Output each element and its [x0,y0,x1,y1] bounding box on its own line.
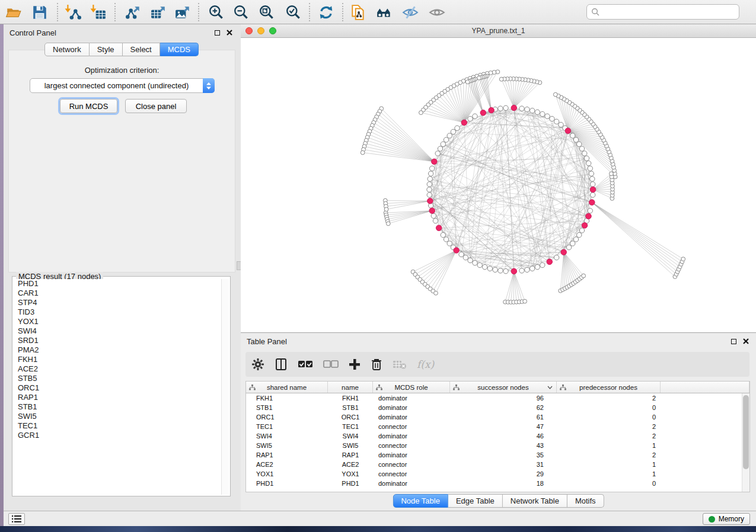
criterion-select[interactable]: largest connected component (undirected) [30,78,215,93]
table-settings-button[interactable] [251,357,264,372]
network-node[interactable] [459,252,464,257]
dominator-node[interactable] [589,200,595,206]
network-node[interactable] [428,177,432,181]
import-table-button[interactable] [90,4,107,21]
dominator-node[interactable] [461,120,467,126]
table-cell[interactable]: dominator [373,403,450,412]
network-node[interactable] [591,193,595,197]
add-row-button[interactable] [349,357,361,372]
network-node[interactable] [465,80,470,84]
function-builder-button[interactable]: f(x) [417,357,434,372]
table-cell[interactable]: YOX1 [328,469,373,479]
mcds-result-item[interactable]: PHD1 [14,279,221,289]
table-row[interactable]: PHD1PHD1dominator180 [246,479,749,488]
network-node[interactable] [419,111,423,115]
network-node[interactable] [434,291,438,295]
column-header-MCDS-role[interactable]: MCDS role [373,382,450,393]
zoom-selected-button[interactable] [285,4,302,21]
delete-table-button[interactable] [393,357,407,372]
panel-splitter[interactable] [237,24,241,511]
table-cell[interactable]: YOX1 [246,469,328,479]
network-node[interactable] [570,133,575,138]
network-node[interactable] [579,228,584,233]
table-cell[interactable]: dominator [373,412,450,422]
network-node[interactable] [554,119,559,124]
network-node[interactable] [591,182,595,187]
network-canvas[interactable] [241,38,756,332]
hide-selected-button[interactable] [401,4,419,21]
unselect-all-button[interactable] [323,357,339,372]
mcds-result-item[interactable]: TID3 [14,307,221,317]
mcds-result-item[interactable]: SWI4 [14,326,221,336]
network-node[interactable] [477,262,482,267]
zoom-in-button[interactable] [208,4,225,21]
table-cell[interactable]: 29 [450,469,557,479]
delete-row-button[interactable] [371,357,382,372]
export-table-button[interactable] [149,4,167,21]
network-node[interactable] [535,110,540,114]
network-node[interactable] [577,232,582,237]
table-row[interactable]: ACE2ACE2connector311 [246,460,749,469]
table-cell[interactable]: 31 [450,460,557,469]
table-cell[interactable]: RAP1 [328,450,373,460]
table-cell[interactable]: 96 [450,393,557,403]
network-node[interactable] [444,237,448,242]
network-node[interactable] [503,269,508,274]
table-row[interactable]: RAP1RAP1dominator352 [246,450,749,460]
network-node[interactable] [493,267,497,272]
mcds-result-item[interactable]: GCR1 [14,431,221,440]
dominator-node[interactable] [489,107,495,113]
tab-style[interactable]: Style [90,43,123,56]
table-cell[interactable]: RAP1 [246,450,328,460]
network-titlebar[interactable]: YPA_prune.txt_1 [241,24,756,38]
dominator-node[interactable] [432,159,438,165]
network-node[interactable] [444,137,448,142]
close-control-panel-button[interactable] [225,28,234,37]
network-node[interactable] [487,266,492,271]
table-cell[interactable]: connector [373,460,450,469]
table-row[interactable]: YOX1YOX1connector291 [246,469,749,479]
table-cell[interactable]: FKH1 [246,393,328,403]
network-node[interactable] [463,255,468,260]
table-cell[interactable]: 0 [557,412,661,422]
table-cell[interactable]: TEC1 [328,422,373,431]
table-cell[interactable]: SWI5 [246,441,328,450]
network-node[interactable] [586,161,591,165]
mcds-result-item[interactable]: ACE2 [14,364,221,374]
network-node[interactable] [435,151,440,156]
dominator-node[interactable] [436,225,442,231]
network-node[interactable] [566,245,571,249]
table-cell[interactable]: connector [373,441,450,450]
table-cell[interactable]: 2 [557,422,661,431]
task-history-button[interactable] [8,513,25,525]
network-node[interactable] [554,255,559,260]
result-list-scrollbar[interactable] [221,279,229,495]
table-cell[interactable]: 62 [450,403,557,412]
table-tab-motifs[interactable]: Motifs [567,494,604,508]
run-mcds-button[interactable]: Run MCDS [60,99,117,113]
network-node[interactable] [589,171,594,176]
dominator-node[interactable] [429,208,435,214]
table-tab-network-table[interactable]: Network Table [503,494,567,508]
network-node[interactable] [570,241,575,246]
dominator-node[interactable] [590,187,596,193]
table-scrollbar[interactable] [742,393,749,492]
network-node[interactable] [384,207,388,211]
network-node[interactable] [681,257,685,261]
show-columns-button[interactable] [275,357,288,372]
table-cell[interactable]: connector [373,469,450,479]
export-network-button[interactable] [125,4,142,21]
table-cell[interactable]: 47 [450,422,557,431]
network-node[interactable] [447,241,452,246]
dominator-node[interactable] [586,213,592,219]
network-node[interactable] [530,266,535,271]
network-node[interactable] [441,232,445,237]
import-network-button[interactable] [64,4,82,21]
dominator-node[interactable] [511,105,517,111]
table-cell[interactable]: SWI4 [246,431,328,441]
dominator-node[interactable] [582,223,588,229]
table-cell[interactable]: dominator [373,479,450,488]
network-node[interactable] [540,111,545,116]
table-cell[interactable]: 18 [450,479,557,488]
table-cell[interactable]: ORC1 [246,412,328,422]
